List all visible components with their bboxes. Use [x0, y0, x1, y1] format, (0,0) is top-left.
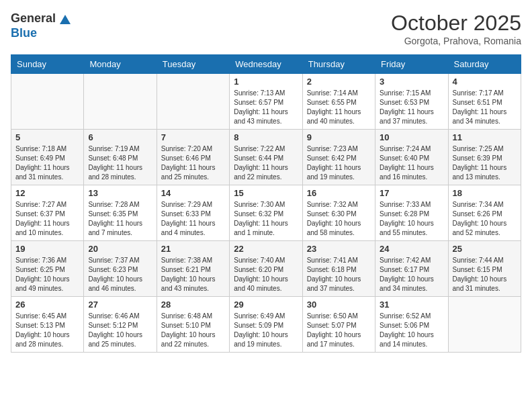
day-number: 21 — [161, 244, 225, 254]
day-number: 11 — [453, 132, 517, 142]
day-number: 25 — [453, 244, 517, 254]
day-number: 1 — [234, 77, 298, 87]
day-number: 6 — [88, 132, 152, 142]
calendar-day-19: 19Sunrise: 7:36 AMSunset: 6:25 PMDayligh… — [11, 241, 84, 297]
page-header: General Blue October 2025 Gorgota, Praho… — [11, 11, 521, 46]
day-info: Sunrise: 6:45 AMSunset: 5:13 PMDaylight:… — [15, 312, 79, 349]
calendar-day-6: 6Sunrise: 7:19 AMSunset: 6:48 PMDaylight… — [84, 130, 157, 185]
day-info: Sunrise: 7:32 AMSunset: 6:30 PMDaylight:… — [307, 200, 371, 238]
calendar-day-9: 9Sunrise: 7:23 AMSunset: 6:42 PMDaylight… — [302, 130, 375, 185]
calendar-day-26: 26Sunrise: 6:45 AMSunset: 5:13 PMDayligh… — [11, 297, 84, 353]
weekday-header-sunday: Sunday — [11, 55, 84, 74]
day-info: Sunrise: 7:17 AMSunset: 6:51 PMDaylight:… — [453, 89, 517, 126]
day-info: Sunrise: 7:13 AMSunset: 6:57 PMDaylight:… — [234, 89, 298, 126]
svg-marker-0 — [60, 15, 71, 24]
day-number: 20 — [88, 244, 152, 254]
day-info: Sunrise: 7:34 AMSunset: 6:26 PMDaylight:… — [453, 200, 517, 238]
logo-triangle-icon — [57, 11, 73, 27]
day-number: 7 — [161, 132, 225, 142]
weekday-header-friday: Friday — [375, 55, 448, 74]
day-info: Sunrise: 6:48 AMSunset: 5:10 PMDaylight:… — [161, 312, 225, 349]
calendar-empty-cell — [448, 297, 521, 353]
day-number: 27 — [88, 300, 152, 310]
day-number: 14 — [161, 188, 225, 198]
calendar-day-5: 5Sunrise: 7:18 AMSunset: 6:49 PMDaylight… — [11, 130, 84, 185]
calendar-day-10: 10Sunrise: 7:24 AMSunset: 6:40 PMDayligh… — [375, 130, 448, 185]
logo-general-text: General — [11, 12, 56, 26]
day-info: Sunrise: 7:42 AMSunset: 6:17 PMDaylight:… — [380, 256, 443, 293]
calendar-week-row: 12Sunrise: 7:27 AMSunset: 6:37 PMDayligh… — [11, 185, 521, 241]
day-info: Sunrise: 7:38 AMSunset: 6:21 PMDaylight:… — [161, 256, 225, 293]
day-number: 16 — [307, 188, 371, 198]
calendar-day-12: 12Sunrise: 7:27 AMSunset: 6:37 PMDayligh… — [11, 185, 84, 241]
day-info: Sunrise: 7:28 AMSunset: 6:35 PMDaylight:… — [88, 200, 152, 238]
day-info: Sunrise: 7:40 AMSunset: 6:20 PMDaylight:… — [234, 256, 298, 293]
day-number: 9 — [307, 132, 371, 142]
calendar-day-23: 23Sunrise: 7:41 AMSunset: 6:18 PMDayligh… — [302, 241, 375, 297]
day-number: 10 — [380, 132, 443, 142]
calendar-day-18: 18Sunrise: 7:34 AMSunset: 6:26 PMDayligh… — [448, 185, 521, 241]
day-number: 4 — [453, 77, 517, 87]
calendar-day-20: 20Sunrise: 7:37 AMSunset: 6:23 PMDayligh… — [84, 241, 157, 297]
calendar-day-21: 21Sunrise: 7:38 AMSunset: 6:21 PMDayligh… — [157, 241, 229, 297]
day-number: 26 — [15, 300, 79, 310]
day-info: Sunrise: 6:46 AMSunset: 5:12 PMDaylight:… — [88, 312, 152, 349]
calendar-day-27: 27Sunrise: 6:46 AMSunset: 5:12 PMDayligh… — [84, 297, 157, 353]
calendar-empty-cell — [11, 74, 84, 130]
calendar-day-7: 7Sunrise: 7:20 AMSunset: 6:46 PMDaylight… — [157, 130, 229, 185]
calendar-day-29: 29Sunrise: 6:49 AMSunset: 5:09 PMDayligh… — [230, 297, 302, 353]
calendar-day-24: 24Sunrise: 7:42 AMSunset: 6:17 PMDayligh… — [375, 241, 448, 297]
day-number: 28 — [161, 300, 225, 310]
day-info: Sunrise: 7:36 AMSunset: 6:25 PMDaylight:… — [15, 256, 79, 293]
day-number: 18 — [453, 188, 517, 198]
calendar-day-13: 13Sunrise: 7:28 AMSunset: 6:35 PMDayligh… — [84, 185, 157, 241]
day-info: Sunrise: 7:23 AMSunset: 6:42 PMDaylight:… — [307, 144, 371, 182]
day-info: Sunrise: 7:20 AMSunset: 6:46 PMDaylight:… — [161, 144, 225, 182]
calendar-day-30: 30Sunrise: 6:50 AMSunset: 5:07 PMDayligh… — [302, 297, 375, 353]
calendar-day-2: 2Sunrise: 7:14 AMSunset: 6:55 PMDaylight… — [302, 74, 375, 130]
day-info: Sunrise: 6:50 AMSunset: 5:07 PMDaylight:… — [307, 312, 371, 349]
day-number: 31 — [380, 300, 443, 310]
logo-blue-text: Blue — [11, 27, 73, 40]
day-info: Sunrise: 6:52 AMSunset: 5:06 PMDaylight:… — [380, 312, 443, 349]
calendar-day-4: 4Sunrise: 7:17 AMSunset: 6:51 PMDaylight… — [448, 74, 521, 130]
calendar-day-16: 16Sunrise: 7:32 AMSunset: 6:30 PMDayligh… — [302, 185, 375, 241]
calendar-day-25: 25Sunrise: 7:44 AMSunset: 6:15 PMDayligh… — [448, 241, 521, 297]
calendar-week-row: 5Sunrise: 7:18 AMSunset: 6:49 PMDaylight… — [11, 130, 521, 185]
day-info: Sunrise: 7:18 AMSunset: 6:49 PMDaylight:… — [15, 144, 79, 182]
day-info: Sunrise: 7:14 AMSunset: 6:55 PMDaylight:… — [307, 89, 371, 126]
day-info: Sunrise: 7:24 AMSunset: 6:40 PMDaylight:… — [380, 144, 443, 182]
calendar-table: SundayMondayTuesdayWednesdayThursdayFrid… — [11, 54, 521, 353]
day-info: Sunrise: 7:30 AMSunset: 6:32 PMDaylight:… — [234, 200, 298, 238]
weekday-header-thursday: Thursday — [302, 55, 375, 74]
day-number: 22 — [234, 244, 298, 254]
logo: General Blue — [11, 11, 73, 40]
location-text: Gorgota, Prahova, Romania — [391, 36, 521, 46]
calendar-day-17: 17Sunrise: 7:33 AMSunset: 6:28 PMDayligh… — [375, 185, 448, 241]
day-info: Sunrise: 7:27 AMSunset: 6:37 PMDaylight:… — [15, 200, 79, 238]
title-section: October 2025 Gorgota, Prahova, Romania — [391, 11, 521, 46]
calendar-day-28: 28Sunrise: 6:48 AMSunset: 5:10 PMDayligh… — [157, 297, 229, 353]
day-info: Sunrise: 7:37 AMSunset: 6:23 PMDaylight:… — [88, 256, 152, 293]
weekday-header-row: SundayMondayTuesdayWednesdayThursdayFrid… — [11, 55, 521, 74]
day-info: Sunrise: 7:22 AMSunset: 6:44 PMDaylight:… — [234, 144, 298, 182]
weekday-header-saturday: Saturday — [448, 55, 521, 74]
day-info: Sunrise: 7:15 AMSunset: 6:53 PMDaylight:… — [380, 89, 443, 126]
day-info: Sunrise: 7:25 AMSunset: 6:39 PMDaylight:… — [453, 144, 517, 182]
day-number: 15 — [234, 188, 298, 198]
day-number: 12 — [15, 188, 79, 198]
weekday-header-monday: Monday — [84, 55, 157, 74]
calendar-day-31: 31Sunrise: 6:52 AMSunset: 5:06 PMDayligh… — [375, 297, 448, 353]
calendar-day-1: 1Sunrise: 7:13 AMSunset: 6:57 PMDaylight… — [230, 74, 302, 130]
day-number: 24 — [380, 244, 443, 254]
day-number: 29 — [234, 300, 298, 310]
day-number: 8 — [234, 132, 298, 142]
calendar-empty-cell — [157, 74, 229, 130]
calendar-day-8: 8Sunrise: 7:22 AMSunset: 6:44 PMDaylight… — [230, 130, 302, 185]
day-info: Sunrise: 7:29 AMSunset: 6:33 PMDaylight:… — [161, 200, 225, 238]
day-number: 19 — [15, 244, 79, 254]
day-info: Sunrise: 7:19 AMSunset: 6:48 PMDaylight:… — [88, 144, 152, 182]
calendar-week-row: 1Sunrise: 7:13 AMSunset: 6:57 PMDaylight… — [11, 74, 521, 130]
calendar-day-15: 15Sunrise: 7:30 AMSunset: 6:32 PMDayligh… — [230, 185, 302, 241]
calendar-day-22: 22Sunrise: 7:40 AMSunset: 6:20 PMDayligh… — [230, 241, 302, 297]
